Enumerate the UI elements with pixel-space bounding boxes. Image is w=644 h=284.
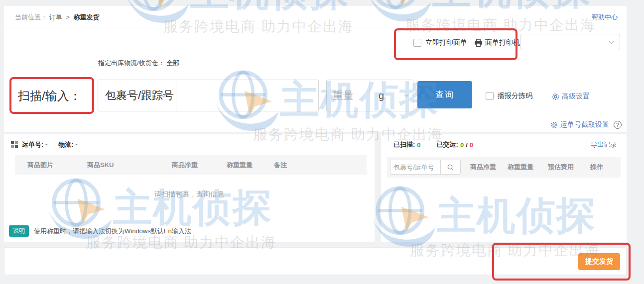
- scan-record-panel: 已扫描: 0 已交运: 0 / 0 导出记录 商品净重 称重重量 预估费用 操作: [381, 134, 627, 242]
- record-search-box: [390, 160, 461, 175]
- advanced-settings-link[interactable]: 高级设置: [552, 92, 590, 101]
- help-question-icon[interactable]: ?: [614, 121, 622, 129]
- chevron-down-icon: [609, 40, 615, 44]
- query-button[interactable]: 查询: [417, 81, 472, 108]
- breadcrumb: 当前位置： 订单 > 称重发货: [15, 13, 99, 22]
- grid-icon: [11, 141, 18, 148]
- advanced-settings-label: 高级设置: [562, 92, 590, 101]
- weigh-ship-page: 当前位置： 订单 > 称重发货 帮助中心 立即打印面单 面单打印机 指定出库物流…: [0, 0, 644, 284]
- scan-input-group: 包裹号/跟踪号: [98, 80, 319, 111]
- help-center-link[interactable]: 帮助中心: [592, 13, 618, 22]
- search-icon: [447, 164, 454, 171]
- search-button[interactable]: [440, 160, 460, 174]
- shipped-label: 已交运:: [437, 140, 458, 149]
- column-net-weight: 商品净重: [172, 161, 198, 170]
- divider: [15, 222, 367, 222]
- footer-bar: 自动逐单发货 提交发货: [4, 247, 627, 275]
- weight-input-group: g: [326, 80, 413, 111]
- weight-unit-value: g: [379, 90, 384, 101]
- record-search-input[interactable]: [390, 160, 440, 174]
- logistics-value: -: [75, 141, 77, 148]
- chevron-down-icon: [404, 94, 409, 97]
- waybill-number: 运单号: -: [22, 140, 47, 149]
- scanned-label: 已扫描:: [393, 140, 415, 149]
- empty-state-text: 请扫描包裹，查询信息: [4, 190, 375, 199]
- breadcrumb-location-label: 当前位置：: [15, 13, 47, 21]
- breadcrumb-bar: 当前位置： 订单 > 称重发货 帮助中心: [4, 6, 627, 28]
- breadcrumb-parent: 订单: [49, 13, 62, 21]
- logistics: 物流: -: [58, 140, 77, 149]
- package-table-header: 商品图片 商品SKU 商品净重 称重重量 备注: [15, 155, 367, 175]
- note-row: 说明 使用称重时，请把输入法切换为Windows默认En输入法: [9, 225, 191, 237]
- shipped-total: 0: [470, 141, 473, 149]
- column-remark: 备注: [274, 161, 287, 170]
- warehouse-filter: 指定出库物流/收货仓： 全部: [98, 59, 179, 68]
- breadcrumb-current: 称重发货: [73, 13, 99, 21]
- broadcast-option: 播报分拣码: [486, 92, 532, 100]
- waybill-capture-settings-link[interactable]: 运单号截取设置 ?: [550, 120, 622, 129]
- export-records-link[interactable]: 导出记录: [591, 140, 617, 149]
- scan-number-input[interactable]: [176, 80, 318, 111]
- package-detail-panel: 运单号: - 物流: - 商品图片 商品SKU 商品净重 称重重量 备注 请扫描…: [4, 134, 375, 242]
- scanned-count: 0: [417, 141, 420, 149]
- printer-select[interactable]: [520, 34, 620, 50]
- printer-icon: [474, 39, 483, 47]
- warehouse-filter-value-link[interactable]: 全部: [166, 59, 179, 67]
- warehouse-filter-label: 指定出库物流/收货仓：: [98, 59, 165, 67]
- number-type-select[interactable]: 包裹号/跟踪号: [98, 80, 176, 111]
- broadcast-label: 播报分拣码: [498, 92, 532, 100]
- waybill-value: -: [45, 141, 47, 148]
- breadcrumb-separator: >: [66, 13, 70, 21]
- label-printer-button[interactable]: 面单打印机: [474, 38, 520, 47]
- column-weighed-weight: 称重重量: [508, 163, 533, 172]
- gear-icon: [552, 93, 559, 100]
- immediate-print-checkbox[interactable]: [413, 39, 421, 47]
- column-net-weight: 商品净重: [470, 163, 496, 172]
- note-badge: 说明: [9, 225, 29, 237]
- label-printer-label: 面单打印机: [485, 38, 520, 47]
- immediate-print-label: 立即打印面单: [425, 38, 467, 47]
- scan-input-label: 扫描/输入：: [18, 88, 81, 104]
- gear-icon: [550, 121, 558, 129]
- record-table-header: 商品净重 称重重量 预估费用 操作: [387, 157, 621, 178]
- note-text: 使用称重时，请把输入法切换为Windows默认En输入法: [34, 227, 191, 236]
- broadcast-checkbox[interactable]: [486, 92, 494, 100]
- immediate-print-option: 立即打印面单 面单打印机: [413, 38, 520, 47]
- chevron-down-icon: [160, 94, 167, 98]
- weight-input[interactable]: [327, 80, 369, 111]
- printer-select-value: [521, 38, 526, 46]
- column-estimated-cost: 预估费用: [548, 163, 574, 172]
- shipped-divider: /: [466, 141, 468, 149]
- waybill-capture-settings-label: 运单号截取设置: [560, 120, 609, 129]
- submit-ship-button[interactable]: 提交发货: [578, 253, 620, 270]
- logistics-label: 物流:: [58, 141, 73, 148]
- weight-unit-select[interactable]: g: [369, 80, 413, 111]
- column-action: 操作: [590, 163, 603, 172]
- scan-stats: 已扫描: 0 已交运: 0 / 0: [393, 140, 473, 149]
- column-product-image: 商品图片: [27, 161, 53, 170]
- column-weighed-weight: 称重重量: [227, 161, 253, 170]
- waybill-label: 运单号:: [22, 141, 43, 148]
- column-product-sku: 商品SKU: [87, 161, 114, 170]
- waybill-header: 运单号: - 物流: -: [11, 140, 85, 149]
- shipped-count: 0: [460, 141, 464, 149]
